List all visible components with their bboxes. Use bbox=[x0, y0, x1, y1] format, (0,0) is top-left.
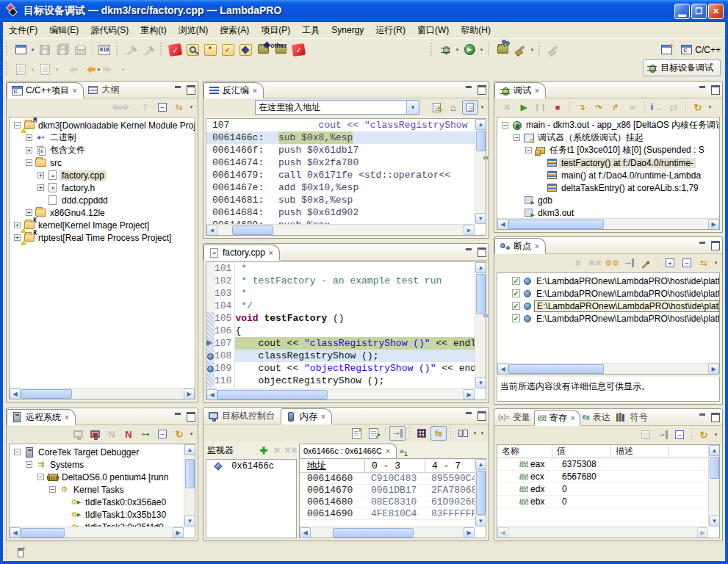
disasm-row[interactable]: 00614681:sub $0x8,%esp bbox=[206, 194, 486, 206]
refresh-button[interactable]: ↻ bbox=[690, 100, 706, 115]
tree-item[interactable]: gdb bbox=[497, 194, 719, 206]
close-view-icon[interactable]: × bbox=[65, 413, 69, 422]
disasm-row[interactable]: 0061466c:sub $0x8,%esp bbox=[206, 131, 486, 144]
reg-col-desc[interactable]: 描述 bbox=[611, 445, 668, 458]
tree-item[interactable]: −调试器（系统级调试）挂起 bbox=[497, 131, 719, 144]
monitor-disabled-button[interactable] bbox=[70, 427, 86, 441]
tree-item[interactable]: −CoreTek Target Debugger bbox=[10, 446, 195, 458]
reg-col-value[interactable]: 值 bbox=[552, 445, 611, 458]
register-row[interactable]: 10100101 ecx6567680 bbox=[497, 471, 719, 483]
close-view-icon[interactable]: × bbox=[535, 242, 539, 250]
combo-dropdown-icon[interactable]: ▼ bbox=[406, 101, 419, 114]
expand-all-button[interactable]: + bbox=[662, 256, 678, 270]
tree-item[interactable]: ddd.cppddd bbox=[10, 194, 195, 206]
close-view-icon[interactable]: × bbox=[73, 87, 77, 95]
maximize-view-button[interactable] bbox=[711, 240, 719, 248]
code-line[interactable]: * bbox=[235, 262, 486, 275]
memory-row[interactable]: 006146700061DB172FA78068 bbox=[300, 485, 486, 496]
tree-item[interactable]: +x86Gnu4.12le bbox=[10, 206, 195, 219]
maximize-button[interactable]: ❒ bbox=[691, 4, 707, 19]
maximize-view-button[interactable] bbox=[711, 84, 719, 93]
close-view-icon[interactable]: × bbox=[535, 87, 539, 95]
tree-item[interactable]: ⚙▶tIdleTask0:0x356ae0 bbox=[10, 496, 195, 508]
menu-搜索(A)[interactable]: 搜索(A) bbox=[214, 22, 255, 39]
collapse-all-button[interactable]: − bbox=[154, 100, 170, 115]
profile-disabled-button[interactable]: N bbox=[104, 427, 120, 441]
register-row[interactable]: 10100101 eax6375308 bbox=[497, 458, 719, 471]
maximize-view-button[interactable] bbox=[477, 247, 486, 255]
print-button[interactable] bbox=[71, 42, 89, 58]
tab-variables[interactable]: (x)=变量 bbox=[496, 409, 534, 425]
link-button[interactable]: ⇆ bbox=[696, 256, 712, 270]
new-memory-view-button[interactable]: ✦ bbox=[348, 426, 364, 441]
tab-debug[interactable]: 调试× bbox=[494, 82, 546, 98]
synergy-sync-button[interactable]: ✓ bbox=[166, 42, 184, 58]
disasm-row[interactable]: 0061467e:add $0x10,%esp bbox=[206, 181, 486, 194]
view-menu-button[interactable]: ▼ bbox=[188, 426, 195, 442]
synergy-new-task-button[interactable]: * bbox=[201, 42, 219, 58]
menu-源代码(S)[interactable]: 源代码(S) bbox=[84, 22, 134, 39]
save-button[interactable] bbox=[36, 42, 54, 58]
remove-all-button[interactable]: ✖✖ bbox=[587, 256, 603, 270]
remove-terminated-button[interactable]: ✖ bbox=[499, 100, 515, 115]
close-view-icon[interactable]: × bbox=[321, 413, 325, 421]
minimize-view-button[interactable] bbox=[699, 412, 707, 420]
view-menu-button[interactable]: ▼ bbox=[479, 99, 486, 115]
minimize-view-button[interactable] bbox=[699, 84, 707, 93]
code-line[interactable]: void testFactory () bbox=[235, 312, 486, 325]
code-line[interactable]: * bbox=[235, 287, 486, 300]
disasm-row[interactable]: 107 cout << "classRegistryShow () bbox=[206, 119, 486, 131]
breakpoint-checkbox[interactable]: ✓ bbox=[512, 314, 520, 322]
collapse-all-button[interactable]: − bbox=[154, 427, 170, 441]
disasm-row[interactable]: 00614674:push $0x2fa780 bbox=[206, 156, 486, 169]
minimize-view-button[interactable] bbox=[465, 247, 473, 255]
tree-item[interactable]: −⇉Systems bbox=[10, 458, 195, 471]
step-into-button[interactable]: ↴ bbox=[574, 100, 590, 115]
build-button[interactable] bbox=[122, 42, 140, 58]
remove-all-monitors-button[interactable]: ✖✖ bbox=[284, 443, 298, 458]
fast-view-button[interactable]: ✦ bbox=[12, 545, 29, 561]
track-pc-button[interactable]: → bbox=[462, 100, 478, 115]
reg-col-name[interactable]: 名称 bbox=[497, 445, 552, 458]
show-qualified-button[interactable] bbox=[638, 256, 654, 270]
tab-outline[interactable]: 大纲 bbox=[84, 82, 126, 98]
disasm-row[interactable]: 0061466f:push $0x61db17 bbox=[206, 144, 486, 156]
code-line[interactable]: cout << "objectRegistryShow ()" << endl; bbox=[235, 362, 486, 375]
step-return-button[interactable]: ↱ bbox=[608, 100, 624, 115]
minimize-view-button[interactable] bbox=[174, 411, 182, 419]
collapse-all-button[interactable]: − bbox=[671, 427, 688, 442]
synergy-folder-in-button[interactable]: �other bbox=[272, 42, 289, 58]
memory-col-0-3[interactable]: 0 - 3 bbox=[364, 459, 425, 472]
forward-button[interactable] bbox=[102, 62, 120, 78]
menu-帮助(H)[interactable]: 帮助(H) bbox=[455, 22, 497, 39]
register-row[interactable]: 10100101 ebx0 bbox=[497, 496, 719, 508]
view-menu-button[interactable]: ▼ bbox=[479, 425, 486, 441]
goto-button[interactable] bbox=[655, 427, 671, 442]
instruction-pointer-marker[interactable] bbox=[206, 337, 214, 350]
code-line[interactable]: { bbox=[235, 325, 486, 337]
memory-row[interactable]: 00614660C910C483895590C4 bbox=[300, 473, 486, 485]
memory-rendering-tab[interactable]: 0x61466c : 0x61466C× bbox=[299, 444, 397, 458]
tree-item[interactable]: −任务t1 [0x3ce010] 核[0] (Suspended : S bbox=[497, 144, 719, 156]
breakpoint-item[interactable]: ✓E:\LambdaPROnew\LambdaPRO\host\ide\plat… bbox=[497, 287, 719, 300]
add-monitor-button[interactable]: ✚ bbox=[257, 443, 270, 458]
tree-item[interactable]: +Rrtptest[Real Time Process Project] bbox=[10, 231, 195, 244]
collapse-all-button[interactable]: − bbox=[679, 256, 695, 270]
breakpoint-item[interactable]: ✓E:\LambdaPROnew\LambdaPRO\host\ide\plat… bbox=[497, 312, 719, 325]
maximize-view-button[interactable] bbox=[711, 412, 719, 420]
show-type-names-button[interactable] bbox=[638, 427, 654, 442]
tree-item[interactable]: −src bbox=[10, 156, 195, 169]
breakpoint-checkbox[interactable]: ✓ bbox=[512, 277, 520, 285]
tab-disassembly[interactable]: 反汇编× bbox=[203, 82, 264, 98]
tree-item[interactable]: deltaTaskEntry() at coreALib.s:1,79 bbox=[497, 181, 719, 194]
refresh-button[interactable]: ↻ bbox=[428, 100, 444, 115]
new-connection-button[interactable]: ⊶ bbox=[137, 427, 154, 441]
memory-col-address[interactable]: 地址 bbox=[300, 459, 364, 472]
close-view-icon[interactable]: × bbox=[253, 87, 257, 95]
maximize-view-button[interactable] bbox=[477, 84, 486, 93]
export-button[interactable]: ↗ bbox=[365, 426, 381, 441]
tree-item[interactable]: −Mdkm3[Downloadable Kernel Module Projec… bbox=[10, 119, 195, 131]
menu-项目(P)[interactable]: 项目(P) bbox=[255, 22, 296, 39]
goto-file-button[interactable] bbox=[621, 256, 637, 270]
marker-bar-row[interactable] bbox=[206, 287, 214, 300]
